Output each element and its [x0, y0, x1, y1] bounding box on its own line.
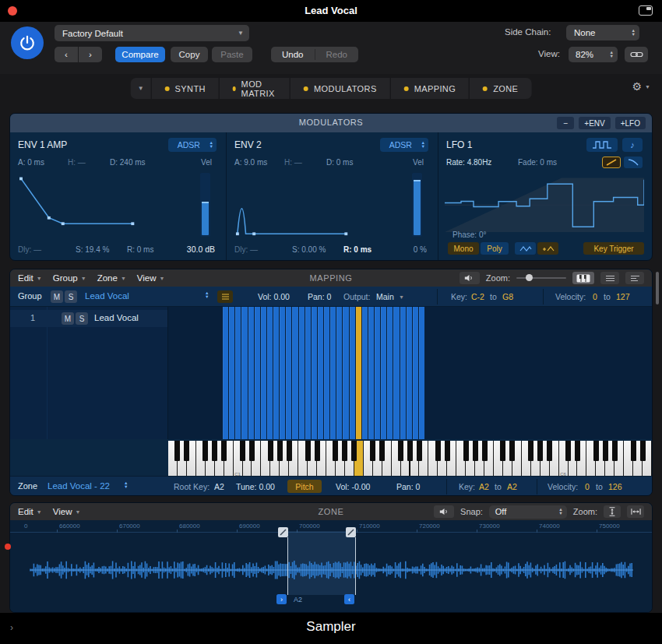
piano-key-black[interactable] — [473, 441, 478, 461]
zone-bar[interactable] — [350, 307, 355, 439]
zone-key-low[interactable]: A2 — [479, 482, 489, 491]
settings-button[interactable]: ⚙ ▼ — [632, 80, 651, 93]
piano-key-black[interactable] — [631, 441, 636, 461]
row-solo-button[interactable]: S — [76, 312, 88, 325]
zone-bar[interactable] — [318, 307, 323, 439]
piano-key-black[interactable] — [500, 441, 505, 461]
zone-bar[interactable] — [387, 307, 393, 439]
env2-hold[interactable]: H: — — [284, 158, 302, 167]
env2-delay[interactable]: Dly: — — [234, 245, 258, 254]
back-button[interactable]: ‹ — [55, 47, 78, 62]
lfo-rate[interactable]: Rate: 4.80Hz — [446, 158, 491, 167]
view-zone-list-button[interactable] — [625, 272, 644, 284]
group-list-button[interactable] — [217, 290, 233, 303]
power-button[interactable] — [11, 26, 44, 59]
piano-key-black[interactable] — [547, 441, 552, 461]
group-name[interactable]: Lead Vocal — [85, 291, 129, 301]
stepper-icon[interactable]: ▲▼ — [610, 51, 618, 58]
lfo-waveform-display[interactable] — [445, 173, 644, 232]
row-mute-button[interactable]: M — [62, 312, 74, 325]
zone-bar[interactable] — [248, 307, 254, 439]
piano-key-black[interactable] — [351, 441, 357, 461]
piano-key-black[interactable] — [212, 441, 217, 461]
env2-sustain[interactable]: S: 0.00 % — [292, 245, 326, 254]
env1-hold[interactable]: H: — — [68, 158, 86, 167]
piano-key-black[interactable] — [315, 441, 320, 461]
group-output-value[interactable]: Main — [376, 292, 394, 301]
end-marker-line[interactable] — [355, 537, 356, 595]
start-marker-line[interactable] — [287, 537, 288, 595]
zone-map-display[interactable] — [168, 307, 652, 439]
mapping-menu-edit[interactable]: Edit▼ — [18, 273, 42, 283]
mapping-menu-view[interactable]: View▼ — [137, 273, 165, 283]
lfo-mono-button[interactable]: Mono — [448, 242, 479, 255]
env1-delay[interactable]: Dly: — — [18, 245, 41, 254]
zone-bar[interactable] — [336, 307, 342, 439]
zone-bar[interactable] — [362, 307, 368, 439]
group-key-low[interactable]: C-2 — [471, 292, 484, 301]
env1-graph[interactable] — [18, 173, 188, 237]
tab-mod-matrix[interactable]: MOD MATRIX — [219, 78, 290, 99]
piano-key-black[interactable] — [417, 441, 422, 461]
paste-button[interactable]: Paste — [212, 47, 252, 62]
lfo-phase[interactable]: Phase: 0° — [452, 231, 486, 239]
piano-key-black[interactable] — [640, 441, 646, 461]
fade-out-button[interactable] — [624, 157, 643, 168]
env1-sustain[interactable]: S: 19.4 % — [76, 245, 109, 254]
zone-bar[interactable] — [368, 307, 374, 439]
piano-key-black[interactable] — [398, 441, 403, 461]
piano-key-black[interactable] — [370, 441, 375, 461]
zone-bar[interactable] — [292, 307, 298, 439]
view-keyboard-button[interactable] — [572, 272, 594, 284]
piano-key-black[interactable] — [202, 441, 208, 461]
lfo-poly-button[interactable]: Poly — [481, 242, 509, 255]
mapping-menu-zone[interactable]: Zone▼ — [97, 273, 126, 283]
piano-key-black[interactable] — [612, 441, 618, 461]
piano-key-black[interactable] — [174, 441, 180, 461]
zone-bar[interactable] — [381, 307, 386, 439]
zone-bar[interactable] — [324, 307, 329, 439]
preset-select[interactable]: Factory Default ▼ — [55, 25, 249, 41]
zone-bar[interactable] — [375, 307, 380, 439]
env2-decay[interactable]: D: 0 ms — [326, 158, 353, 167]
stepper-icon[interactable]: ▲▼ — [205, 291, 212, 299]
copy-button[interactable]: Copy — [171, 47, 208, 62]
zone-bar[interactable] — [273, 307, 279, 439]
tab-synth[interactable]: SYNTH — [151, 78, 219, 99]
piano-key-black[interactable] — [482, 441, 488, 461]
zone-bar[interactable] — [393, 307, 399, 439]
group-key-high[interactable]: G8 — [502, 292, 513, 301]
zone-bar[interactable] — [255, 307, 260, 439]
end-badge[interactable]: ‹ — [344, 594, 354, 604]
zoom-horizontal-button[interactable] — [627, 505, 644, 518]
zone-bar[interactable] — [235, 307, 241, 439]
add-env-button[interactable]: +ENV — [579, 117, 610, 129]
undo-button[interactable]: Undo — [271, 50, 315, 59]
piano-key-black[interactable] — [342, 441, 347, 461]
slider-handle[interactable] — [526, 274, 533, 281]
tab-mapping[interactable]: MAPPING — [390, 78, 470, 99]
zone-bar[interactable] — [280, 307, 285, 439]
lfo-sync-button[interactable]: ♪ — [622, 138, 643, 152]
piano-key-black[interactable] — [435, 441, 441, 461]
env2-amount[interactable]: 0 % — [414, 245, 427, 254]
stepper-icon[interactable]: ▲▼ — [632, 29, 639, 37]
audition-button[interactable] — [460, 272, 480, 284]
lfo-waveform-select[interactable] — [586, 138, 618, 152]
view-group-list-button[interactable] — [600, 272, 619, 284]
zone-bar[interactable] — [305, 307, 311, 439]
zone-bar[interactable] — [400, 307, 406, 439]
lfo-fade[interactable]: Fade: 0 ms — [518, 158, 557, 167]
scrollbar-thumb[interactable] — [656, 272, 659, 304]
key-trigger-button[interactable]: Key Trigger — [583, 242, 644, 255]
zone-bar[interactable] — [407, 307, 412, 439]
zone-bar[interactable] — [312, 307, 317, 439]
zone-bar[interactable] — [241, 307, 247, 439]
group-mute-button[interactable]: M — [51, 290, 63, 303]
zone-bar[interactable] — [413, 307, 418, 439]
mapping-zoom-slider[interactable] — [516, 273, 566, 283]
env1-attack[interactable]: A: 0 ms — [18, 158, 44, 167]
zone-bar[interactable] — [229, 307, 234, 439]
pitch-toggle[interactable]: Pitch — [287, 480, 322, 493]
piano-key-black[interactable] — [240, 441, 245, 461]
